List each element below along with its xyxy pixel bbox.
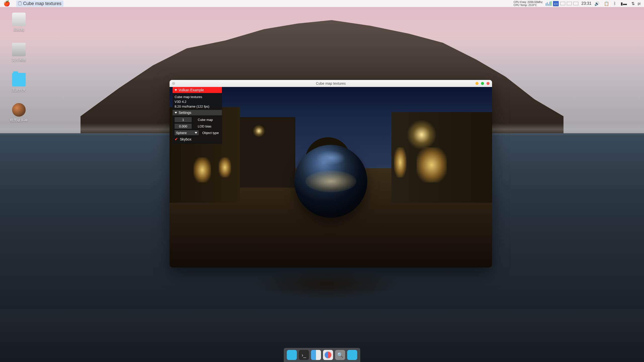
collapse-icon: [175, 89, 177, 91]
traffic-gray-icon[interactable]: [172, 82, 175, 85]
game-image-icon: [12, 103, 26, 117]
traffic-lights-right: [475, 82, 490, 85]
sphere-reflection: [305, 170, 356, 192]
cpu-info: CPU Freq: 2200.55Mhz CPU Temp: 23.8°C: [513, 1, 543, 7]
user-name[interactable]: pi: [638, 2, 640, 6]
check-icon: ✔: [175, 137, 178, 142]
bluetooth-icon[interactable]: ᛒ: [612, 1, 618, 6]
imgui-panel[interactable]: Vulkan Example Cube map textures V3D 4.2…: [173, 87, 222, 144]
maximize-button[interactable]: [481, 82, 484, 85]
dock: ›_ 🔍: [284, 348, 360, 362]
object-combo[interactable]: Sphere: [175, 130, 199, 135]
object-value: Sphere: [176, 131, 187, 135]
object-control: Sphere Object type: [175, 129, 220, 136]
lod-input[interactable]: [175, 124, 192, 129]
cpu-temp: CPU Temp: 23.8°C: [513, 4, 543, 7]
skybox-checkbox[interactable]: ✔ Skybox: [175, 136, 220, 142]
cubemap-control: Cube map: [175, 116, 220, 123]
disk-image-icon: [12, 43, 26, 56]
scene-lamp-glow: [253, 125, 265, 137]
titlebar[interactable]: Cube map textures: [170, 80, 492, 87]
window-title: Cube map textures: [316, 81, 346, 85]
compass-icon: [324, 351, 332, 359]
traffic-lights-left: [172, 82, 175, 85]
dock-terminal-icon[interactable]: ›_: [299, 350, 309, 360]
display-tray-icon[interactable]: ▭: [553, 1, 559, 6]
imgui-body: Cube map textures V3D 4.2 8.20 ms/frame …: [173, 93, 222, 144]
cpu-freq: CPU Freq: 2200.55Mhz: [513, 1, 543, 4]
scene-window-glow: [417, 147, 447, 183]
sphere-highlight: [316, 151, 345, 165]
info-device: V3D 4.2: [175, 99, 220, 104]
dock-folder-icon[interactable]: [347, 350, 357, 360]
cubemap-label: Cube map: [194, 118, 220, 122]
scene-window-glow: [193, 157, 211, 183]
app-window-icon: [18, 2, 22, 5]
filesystem-icon[interactable]: 文件系统: [8, 43, 30, 62]
home-label: 主文件夹: [12, 88, 26, 93]
scene-building-mid: [240, 117, 295, 188]
volume-icon[interactable]: 🔊: [593, 1, 601, 7]
trash-icon[interactable]: 回收站: [8, 13, 30, 32]
chevron-down-icon: [195, 132, 197, 134]
lod-label: LOD bias: [194, 124, 220, 128]
scene-window-glow: [394, 147, 407, 177]
menubar-right: CPU Freq: 2200.55Mhz CPU Temp: 23.8°C ▭ …: [513, 1, 644, 7]
dock-safari-icon[interactable]: [323, 350, 333, 360]
trash-label: 回收站: [14, 28, 24, 32]
tray-box-3-icon[interactable]: [573, 2, 578, 5]
apple-logo-icon[interactable]: 🍎: [4, 1, 10, 7]
close-button[interactable]: [487, 82, 490, 85]
scene-window-glow: [219, 157, 231, 177]
trash-image-icon: [12, 13, 26, 26]
lod-control: LOD bias: [175, 123, 220, 129]
filesystem-label: 文件系统: [12, 58, 26, 62]
dock-files-icon[interactable]: [287, 350, 297, 360]
network-icon[interactable]: ⇅: [630, 1, 636, 7]
battery-icon[interactable]: ▮▬: [619, 1, 628, 7]
folder-image-icon: [12, 73, 26, 86]
clock[interactable]: 23:31: [581, 1, 591, 6]
scene-sphere: [294, 145, 367, 218]
dock-finder-icon[interactable]: [311, 350, 321, 360]
game-shortcut-icon[interactable]: 暗黑破坏神: [8, 103, 30, 123]
app-window[interactable]: Cube map textures Vulkan Example Cu: [170, 80, 492, 267]
imgui-header[interactable]: Vulkan Example: [173, 87, 222, 93]
info-title: Cube map textures: [175, 95, 220, 99]
tray-box-2-icon[interactable]: [567, 2, 572, 5]
cubemap-input[interactable]: [175, 117, 192, 122]
dock-search-icon[interactable]: 🔍: [335, 350, 345, 360]
settings-label: Settings: [179, 111, 191, 115]
wallpaper-rocks: [252, 269, 403, 299]
cpu-bars-icon[interactable]: [546, 1, 551, 6]
app-title: Cube map textures: [23, 1, 61, 6]
menubar: 🍎 Cube map textures CPU Freq: 2200.55Mhz…: [0, 0, 644, 7]
game-label: 暗黑破坏神: [10, 118, 28, 123]
tray-box-1-icon[interactable]: [560, 2, 565, 5]
active-app-menu[interactable]: Cube map textures: [16, 1, 63, 7]
object-label: Object type: [201, 131, 220, 135]
home-folder-icon[interactable]: 主文件夹: [8, 73, 30, 93]
info-fps: 8.20 ms/frame (122 fps): [175, 104, 220, 109]
scene-lamp-glow: [407, 120, 437, 150]
clipboard-icon[interactable]: 📋: [602, 1, 611, 7]
menubar-left: 🍎 Cube map textures: [0, 1, 63, 7]
minimize-button[interactable]: [475, 82, 478, 85]
imgui-header-label: Vulkan Example: [179, 88, 204, 92]
settings-header[interactable]: Settings: [173, 110, 222, 115]
collapse-icon: [175, 112, 177, 114]
desktop-icons: 回收站 文件系统 主文件夹 暗黑破坏神: [8, 13, 30, 123]
skybox-label: Skybox: [180, 137, 191, 141]
